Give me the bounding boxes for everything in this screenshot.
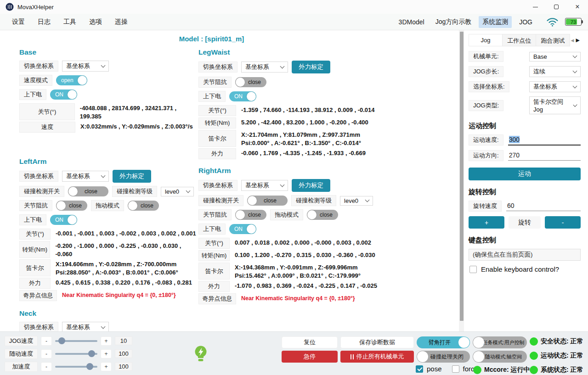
- menu-3dmodel[interactable]: 3DModel: [395, 17, 428, 28]
- leftarm-power-toggle[interactable]: ON: [50, 215, 77, 225]
- pose-force-row: pose force: [416, 365, 478, 373]
- jog-step-select[interactable]: 连续: [529, 66, 581, 77]
- tab-work-points[interactable]: 工作点位: [503, 34, 536, 46]
- motion-status-text: 运动状态: 正常: [541, 352, 583, 360]
- leftarm-collision-level-select[interactable]: leve0: [161, 187, 194, 196]
- accel-slider-thumb[interactable]: [86, 363, 93, 370]
- save-diagnostics-button[interactable]: 保存诊断数据: [340, 336, 414, 348]
- system-status-text: 系统状态: 正常: [541, 366, 583, 374]
- menu-system-monitor[interactable]: 系统监测: [479, 16, 512, 28]
- scrollbar-thumb[interactable]: [460, 32, 464, 321]
- rightarm-torque-value: 0.100 , 1.200 , -0.270 , 0.315 , 0.030 ,…: [230, 250, 375, 259]
- accel-minus-button[interactable]: -: [41, 362, 52, 371]
- menu-jog-teach[interactable]: Jog方向示教: [432, 16, 475, 28]
- jog-step-label: JOG步长:: [469, 66, 503, 77]
- rotation-speed-value: 60: [507, 202, 514, 209]
- legwaist-coord-select[interactable]: 基坐标系: [241, 62, 288, 73]
- mech-unit-value: Base: [533, 53, 547, 60]
- leftarm-drag-toggle[interactable]: close: [128, 201, 159, 211]
- jog-type-select[interactable]: 笛卡尔空间Jog: [529, 96, 581, 114]
- leftarm-force-calib-button[interactable]: 外力标定: [113, 170, 151, 183]
- select-coord-select[interactable]: 基坐标系: [529, 81, 581, 92]
- rightarm-force-label: 外力: [198, 281, 230, 292]
- follow-speed-minus-button[interactable]: -: [41, 349, 52, 358]
- pause-icon: [351, 354, 354, 359]
- minimize-button[interactable]: [525, 0, 546, 14]
- leftarm-collision-level-label: 碰撞检测等级: [112, 186, 157, 197]
- task-mode-toggle[interactable]: 任务模式:用户控制: [473, 336, 527, 348]
- follow-mode-toggle[interactable]: 随动模式:轴空间: [473, 351, 527, 363]
- menu-tools[interactable]: 工具: [60, 16, 80, 28]
- arm-angle-toggle[interactable]: 臂角打开: [417, 336, 470, 348]
- rightarm-force-value: -1.070 , 0.983 , 0.369 , -0.024 , -0.225…: [230, 281, 377, 290]
- leftarm-coord-select[interactable]: 基坐标系: [62, 171, 109, 182]
- leftarm-switch-coord-label: 切换坐标系: [19, 171, 58, 182]
- reset-button[interactable]: 复位: [282, 336, 338, 348]
- follow-speed-slider[interactable]: [55, 353, 97, 355]
- rotation-speed-input[interactable]: 60: [506, 201, 581, 211]
- tab-jog[interactable]: Jog: [469, 34, 503, 46]
- follow-speed-slider-thumb[interactable]: [88, 350, 95, 357]
- close-button[interactable]: ×: [567, 0, 588, 14]
- menu-teleop[interactable]: 遥操: [111, 16, 131, 28]
- menu-log[interactable]: 日志: [34, 16, 54, 28]
- motion-run-button[interactable]: 运动: [469, 168, 581, 180]
- rightarm-collision-level-select[interactable]: leve0: [340, 196, 373, 206]
- follow-speed-value: 100: [115, 349, 132, 358]
- pose-checkbox[interactable]: [416, 365, 423, 373]
- emergency-stop-button[interactable]: 急停: [282, 351, 338, 363]
- force-checkbox[interactable]: [452, 365, 459, 373]
- jog-speed-minus-button[interactable]: -: [41, 336, 52, 346]
- tab-runin-test[interactable]: 跑合测试: [536, 34, 570, 46]
- motion-speed-input[interactable]: 300: [508, 135, 581, 146]
- jog-speed-slider-thumb[interactable]: [58, 337, 65, 344]
- rightarm-impedance-toggle[interactable]: close: [235, 210, 266, 220]
- maximize-button[interactable]: [546, 0, 567, 14]
- motion-dir-input[interactable]: 270: [508, 151, 581, 161]
- collision-handling-toggle[interactable]: 碰撞处理关闭: [417, 351, 470, 363]
- rightarm-drag-label: 拖动模式: [270, 209, 303, 220]
- rightarm-coord-select[interactable]: 基坐标系: [241, 180, 288, 191]
- rightarm-drag-toggle[interactable]: close: [307, 210, 338, 220]
- tab-scroll-right-icon[interactable]: ▶: [575, 34, 581, 46]
- keyboard-control-label: Enable keyboard control?: [481, 265, 559, 273]
- menu-jog[interactable]: JOG: [515, 17, 536, 28]
- menu-settings[interactable]: 设置: [8, 16, 28, 28]
- vertical-scrollbar[interactable]: [459, 30, 464, 331]
- jog-speed-slider[interactable]: [55, 340, 97, 342]
- rightarm-singularity-value: Near Kinematic Singularity q4 = {0, ±180…: [236, 293, 355, 302]
- rightarm-power-toggle[interactable]: ON: [229, 224, 256, 234]
- rightarm-collision-level-label: 碰撞检测等级: [291, 195, 336, 206]
- leftarm-impedance-toggle[interactable]: close: [56, 201, 87, 211]
- stop-all-units-button[interactable]: 停止所有机械单元: [340, 351, 414, 363]
- mech-unit-select[interactable]: Base: [529, 52, 581, 62]
- leftarm-collision-label: 碰撞检测开关: [19, 186, 64, 197]
- base-speed-mode-toggle[interactable]: open: [56, 75, 87, 85]
- legwaist-power-toggle[interactable]: ON: [229, 91, 256, 101]
- model-title: Model : [spirit01_m]: [19, 35, 404, 43]
- base-coord-select[interactable]: 基坐标系: [62, 61, 109, 72]
- pose-label: pose: [427, 365, 442, 373]
- rotate-button[interactable]: 旋转: [509, 216, 541, 229]
- legwaist-impedance-toggle[interactable]: close: [235, 77, 266, 87]
- leftarm-cartesian-label: 笛卡尔: [19, 259, 51, 276]
- leftarm-collision-toggle[interactable]: close: [68, 186, 108, 196]
- base-power-toggle[interactable]: ON: [50, 90, 77, 100]
- system-status-dot: [530, 366, 538, 374]
- keyboard-control-checkbox[interactable]: [469, 266, 477, 273]
- rightarm-collision-toggle[interactable]: close: [247, 196, 288, 206]
- leftarm-singularity-value: Near Kinematic Singularity q4 = {0, ±180…: [57, 290, 176, 299]
- jog-speed-plus-button[interactable]: +: [101, 336, 112, 346]
- accel-slider[interactable]: [55, 366, 97, 368]
- leftarm-joint-value: -0.001 , -0.001 , 0.003 , -0.002 , 0.003…: [51, 229, 196, 238]
- follow-speed-plus-button[interactable]: +: [101, 349, 112, 358]
- accel-plus-button[interactable]: +: [101, 362, 112, 371]
- tab-scroll-left-icon[interactable]: ◀: [570, 34, 575, 46]
- legwaist-force-calib-button[interactable]: 外力标定: [292, 61, 330, 73]
- menu-options[interactable]: 选项: [85, 16, 106, 28]
- neck-coord-select[interactable]: 基坐标系: [62, 322, 109, 331]
- rotate-plus-button[interactable]: +: [469, 216, 504, 229]
- rotate-minus-button[interactable]: -: [545, 216, 581, 229]
- bottom-bar: JOG速度 - + 10 随动速度 - + 100 加速度 - + 100: [0, 331, 588, 375]
- rightarm-force-calib-button[interactable]: 外力标定: [292, 179, 330, 192]
